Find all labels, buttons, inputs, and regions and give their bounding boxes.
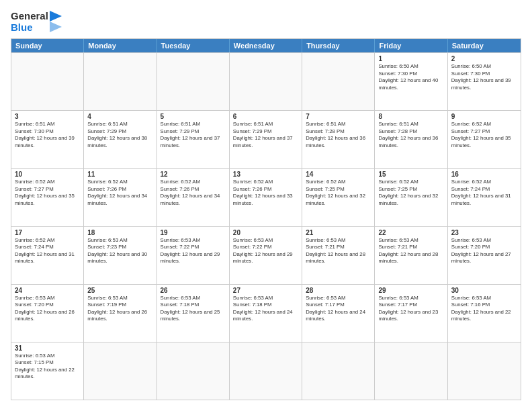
calendar-cell: 6Sunrise: 6:51 AM Sunset: 7:29 PM Daylig… (230, 111, 302, 168)
day-info: Sunrise: 6:53 AM Sunset: 7:21 PM Dayligh… (306, 237, 371, 265)
calendar-cell (230, 53, 302, 110)
calendar-cell (11, 53, 84, 110)
calendar-cell: 26Sunrise: 6:53 AM Sunset: 7:18 PM Dayli… (157, 285, 230, 342)
day-info: Sunrise: 6:53 AM Sunset: 7:18 PM Dayligh… (161, 295, 226, 323)
day-number: 22 (378, 229, 443, 236)
day-info: Sunrise: 6:53 AM Sunset: 7:20 PM Dayligh… (15, 295, 80, 323)
weekday-header-saturday: Saturday (448, 39, 521, 52)
day-info: Sunrise: 6:52 AM Sunset: 7:24 PM Dayligh… (15, 237, 80, 265)
day-info: Sunrise: 6:50 AM Sunset: 7:30 PM Dayligh… (451, 63, 517, 91)
day-info: Sunrise: 6:51 AM Sunset: 7:29 PM Dayligh… (161, 121, 226, 149)
calendar-cell: 18Sunrise: 6:53 AM Sunset: 7:23 PM Dayli… (84, 227, 157, 284)
day-info: Sunrise: 6:53 AM Sunset: 7:22 PM Dayligh… (161, 237, 226, 265)
calendar-cell: 7Sunrise: 6:51 AM Sunset: 7:28 PM Daylig… (302, 111, 375, 168)
calendar-cell: 9Sunrise: 6:52 AM Sunset: 7:27 PM Daylig… (448, 111, 521, 168)
calendar-body: 1Sunrise: 6:50 AM Sunset: 7:30 PM Daylig… (11, 52, 521, 400)
calendar-cell: 2Sunrise: 6:50 AM Sunset: 7:30 PM Daylig… (448, 53, 521, 110)
day-number: 21 (306, 229, 371, 236)
day-number: 9 (451, 113, 517, 120)
day-number: 10 (15, 171, 80, 178)
day-number: 31 (15, 345, 80, 352)
day-number: 11 (87, 171, 152, 178)
weekday-header-friday: Friday (375, 39, 447, 52)
day-info: Sunrise: 6:52 AM Sunset: 7:26 PM Dayligh… (87, 179, 152, 207)
day-number: 25 (87, 287, 152, 294)
day-number: 24 (15, 287, 80, 294)
weekday-header-thursday: Thursday (302, 39, 375, 52)
day-number: 14 (306, 171, 371, 178)
day-info: Sunrise: 6:51 AM Sunset: 7:28 PM Dayligh… (306, 121, 371, 149)
weekday-header-sunday: Sunday (11, 39, 84, 52)
calendar-row-5: 31Sunrise: 6:53 AM Sunset: 7:15 PM Dayli… (11, 342, 521, 400)
weekday-header-wednesday: Wednesday (230, 39, 302, 52)
calendar-cell: 1Sunrise: 6:50 AM Sunset: 7:30 PM Daylig… (375, 53, 447, 110)
day-number: 17 (15, 229, 80, 236)
day-number: 27 (233, 287, 298, 294)
calendar-cell: 30Sunrise: 6:53 AM Sunset: 7:16 PM Dayli… (448, 285, 521, 342)
day-number: 2 (451, 55, 517, 62)
calendar: SundayMondayTuesdayWednesdayThursdayFrid… (11, 38, 521, 400)
calendar-cell: 24Sunrise: 6:53 AM Sunset: 7:20 PM Dayli… (11, 285, 84, 342)
day-number: 30 (451, 287, 517, 294)
day-info: Sunrise: 6:51 AM Sunset: 7:29 PM Dayligh… (87, 121, 152, 149)
calendar-cell: 22Sunrise: 6:53 AM Sunset: 7:21 PM Dayli… (375, 227, 447, 284)
day-info: Sunrise: 6:52 AM Sunset: 7:26 PM Dayligh… (161, 179, 226, 207)
page: General Blue SundayMondayTuesdayWednesda… (0, 0, 532, 411)
calendar-cell: 10Sunrise: 6:52 AM Sunset: 7:27 PM Dayli… (11, 169, 84, 226)
logo: General Blue (11, 11, 62, 33)
day-number: 20 (233, 229, 298, 236)
calendar-cell: 27Sunrise: 6:53 AM Sunset: 7:18 PM Dayli… (230, 285, 302, 342)
day-number: 18 (87, 229, 152, 236)
day-info: Sunrise: 6:53 AM Sunset: 7:20 PM Dayligh… (451, 237, 517, 265)
day-number: 3 (15, 113, 80, 120)
calendar-cell: 5Sunrise: 6:51 AM Sunset: 7:29 PM Daylig… (157, 111, 230, 168)
calendar-cell: 14Sunrise: 6:52 AM Sunset: 7:25 PM Dayli… (302, 169, 375, 226)
logo-blue-text: Blue (11, 22, 48, 34)
day-info: Sunrise: 6:53 AM Sunset: 7:18 PM Dayligh… (233, 295, 298, 323)
calendar-cell: 4Sunrise: 6:51 AM Sunset: 7:29 PM Daylig… (84, 111, 157, 168)
calendar-cell (157, 53, 230, 110)
calendar-cell (157, 342, 230, 400)
day-number: 15 (378, 171, 443, 178)
calendar-cell: 29Sunrise: 6:53 AM Sunset: 7:17 PM Dayli… (375, 285, 447, 342)
day-info: Sunrise: 6:53 AM Sunset: 7:19 PM Dayligh… (87, 295, 152, 323)
calendar-row-4: 24Sunrise: 6:53 AM Sunset: 7:20 PM Dayli… (11, 284, 521, 342)
day-info: Sunrise: 6:50 AM Sunset: 7:30 PM Dayligh… (378, 63, 443, 91)
calendar-cell: 15Sunrise: 6:52 AM Sunset: 7:25 PM Dayli… (375, 169, 447, 226)
day-info: Sunrise: 6:51 AM Sunset: 7:28 PM Dayligh… (378, 121, 443, 149)
day-number: 7 (306, 113, 371, 120)
day-number: 29 (378, 287, 443, 294)
calendar-header: SundayMondayTuesdayWednesdayThursdayFrid… (11, 39, 521, 52)
day-info: Sunrise: 6:52 AM Sunset: 7:27 PM Dayligh… (451, 121, 517, 149)
calendar-cell: 19Sunrise: 6:53 AM Sunset: 7:22 PM Dayli… (157, 227, 230, 284)
day-info: Sunrise: 6:52 AM Sunset: 7:25 PM Dayligh… (378, 179, 443, 207)
svg-marker-0 (50, 11, 62, 21)
logo-general-text: General (11, 11, 48, 22)
day-number: 26 (161, 287, 226, 294)
day-info: Sunrise: 6:53 AM Sunset: 7:16 PM Dayligh… (451, 295, 517, 323)
calendar-cell: 3Sunrise: 6:51 AM Sunset: 7:30 PM Daylig… (11, 111, 84, 168)
day-info: Sunrise: 6:53 AM Sunset: 7:22 PM Dayligh… (233, 237, 298, 265)
calendar-row-3: 17Sunrise: 6:52 AM Sunset: 7:24 PM Dayli… (11, 226, 521, 284)
calendar-row-0: 1Sunrise: 6:50 AM Sunset: 7:30 PM Daylig… (11, 52, 521, 110)
day-number: 5 (161, 113, 226, 120)
calendar-cell: 31Sunrise: 6:53 AM Sunset: 7:15 PM Dayli… (11, 342, 84, 400)
calendar-row-2: 10Sunrise: 6:52 AM Sunset: 7:27 PM Dayli… (11, 168, 521, 226)
calendar-cell: 16Sunrise: 6:52 AM Sunset: 7:24 PM Dayli… (448, 169, 521, 226)
day-number: 28 (306, 287, 371, 294)
calendar-cell (84, 342, 157, 400)
calendar-cell: 20Sunrise: 6:53 AM Sunset: 7:22 PM Dayli… (230, 227, 302, 284)
day-info: Sunrise: 6:53 AM Sunset: 7:21 PM Dayligh… (378, 237, 443, 265)
calendar-cell: 17Sunrise: 6:52 AM Sunset: 7:24 PM Dayli… (11, 227, 84, 284)
calendar-cell: 23Sunrise: 6:53 AM Sunset: 7:20 PM Dayli… (448, 227, 521, 284)
weekday-header-monday: Monday (84, 39, 157, 52)
day-number: 4 (87, 113, 152, 120)
day-info: Sunrise: 6:51 AM Sunset: 7:30 PM Dayligh… (15, 121, 80, 149)
calendar-cell: 11Sunrise: 6:52 AM Sunset: 7:26 PM Dayli… (84, 169, 157, 226)
day-info: Sunrise: 6:52 AM Sunset: 7:26 PM Dayligh… (233, 179, 298, 207)
calendar-cell (375, 342, 447, 400)
calendar-cell: 8Sunrise: 6:51 AM Sunset: 7:28 PM Daylig… (375, 111, 447, 168)
day-number: 8 (378, 113, 443, 120)
calendar-cell: 28Sunrise: 6:53 AM Sunset: 7:17 PM Dayli… (302, 285, 375, 342)
calendar-cell: 25Sunrise: 6:53 AM Sunset: 7:19 PM Dayli… (84, 285, 157, 342)
